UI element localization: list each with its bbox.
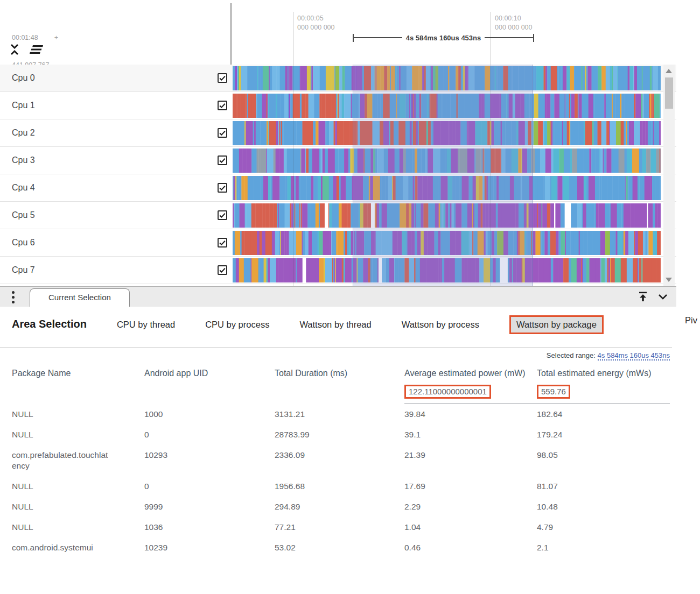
col-header-package-name: Package Name xyxy=(12,364,144,379)
chevron-down-icon[interactable] xyxy=(657,291,669,302)
time-tick-label: 00:00:10 000 000 000 xyxy=(495,14,533,32)
table-cell: NULL xyxy=(12,497,117,517)
track-row-cpu-3[interactable]: Cpu 3 xyxy=(0,147,676,174)
tab-cpu-by-process[interactable]: CPU by process xyxy=(205,320,269,330)
col-header-android-app-uid: Android app UID xyxy=(144,364,275,379)
cursor-time: 00:01:48 xyxy=(12,34,38,41)
table-cell: 0.46 xyxy=(404,538,537,558)
track-title: Cpu 0 xyxy=(12,73,35,83)
more-vert-icon[interactable] xyxy=(12,291,15,306)
table-cell: NULL xyxy=(12,476,117,497)
table-cell: 1000 xyxy=(144,404,275,425)
track-title: Cpu 2 xyxy=(12,128,35,138)
details-panel-tabbar: Current Selection xyxy=(0,286,676,307)
vertical-align-top-icon[interactable] xyxy=(636,290,649,303)
unfold-less-icon[interactable] xyxy=(9,43,20,56)
track-label-cell: Cpu 4 xyxy=(0,174,233,201)
track-checkbox[interactable] xyxy=(218,128,227,138)
wattson-package-table: Package Name Android app UID Total Durat… xyxy=(12,364,700,558)
table-cell: 10293 xyxy=(144,445,275,476)
table-cell: com.prefabulated.touchlatency xyxy=(12,445,117,476)
table-cell: 1.04 xyxy=(404,517,537,538)
viewport-left-edge xyxy=(230,3,232,65)
track-title: Cpu 3 xyxy=(12,155,35,165)
table-cell: 4.79 xyxy=(537,517,670,538)
track-checkbox[interactable] xyxy=(218,238,227,247)
track-label-cell: Cpu 0 xyxy=(0,65,233,91)
table-cell: com.android.systemui xyxy=(12,538,117,558)
area-selection-overlay[interactable] xyxy=(353,65,533,286)
table-cell: 39.84 xyxy=(404,404,537,425)
table-cell: 81.07 xyxy=(537,476,670,497)
time-tick-label: 00:00:05 000 000 000 xyxy=(297,14,335,32)
col-header-total-energy: Total estimated energy (mWs) xyxy=(537,364,670,379)
track-label-cell: Cpu 3 xyxy=(0,147,233,174)
tab-piv[interactable]: Piv xyxy=(685,315,697,326)
track-label-cell: Cpu 2 xyxy=(0,119,233,146)
tab-cpu-by-thread[interactable]: CPU by thread xyxy=(117,320,175,330)
col-header-average-power: Average estimated power (mW) xyxy=(404,364,537,379)
track-label-cell: Cpu 5 xyxy=(0,202,233,229)
table-cell: 3131.21 xyxy=(275,404,404,425)
track-title: Cpu 7 xyxy=(12,265,35,275)
table-cell: 9999 xyxy=(144,497,275,517)
track-title: Cpu 6 xyxy=(12,238,35,247)
track-title: Cpu 1 xyxy=(12,101,35,110)
selected-range-row: Selected range: 4s 584ms 160us 453ns xyxy=(0,351,670,359)
selected-range-label: Selected range: xyxy=(547,351,596,359)
perfetto-trace-viewer: 00:01:48+ 441 907 767 00:00:05 000 000 0… xyxy=(0,0,700,594)
track-checkbox[interactable] xyxy=(218,183,227,193)
track-row-cpu-4[interactable]: Cpu 4 xyxy=(0,174,676,202)
track-checkbox[interactable] xyxy=(218,210,227,220)
panel-title: Area Selection xyxy=(12,318,87,330)
summary-total-energy-annotated: 559.76 xyxy=(537,385,570,399)
cpu-tracks-area: Cpu 0Cpu 1Cpu 2Cpu 3Cpu 4Cpu 5Cpu 6Cpu 7 xyxy=(0,65,676,286)
table-cell: 17.69 xyxy=(404,476,537,497)
track-checkbox[interactable] xyxy=(218,155,227,165)
table-cell: 179.24 xyxy=(537,425,670,445)
cursor-plus: + xyxy=(54,34,58,41)
table-cell: 1036 xyxy=(144,517,275,538)
track-title: Cpu 5 xyxy=(12,210,35,220)
scroll-up-icon[interactable] xyxy=(666,69,672,73)
col-header-total-duration: Total Duration (ms) xyxy=(275,364,404,379)
table-cell: NULL xyxy=(12,404,117,425)
table-cell: NULL xyxy=(12,425,117,445)
track-row-cpu-0[interactable]: Cpu 0 xyxy=(0,65,676,92)
track-row-cpu-1[interactable]: Cpu 1 xyxy=(0,92,676,119)
track-title: Cpu 4 xyxy=(12,183,35,193)
table-cell: 10239 xyxy=(144,538,275,558)
timeline-ruler: 00:01:48+ 441 907 767 00:00:05 000 000 0… xyxy=(0,0,676,65)
track-row-cpu-6[interactable]: Cpu 6 xyxy=(0,229,676,257)
track-row-cpu-7[interactable]: Cpu 7 xyxy=(0,257,676,284)
time-tick xyxy=(293,12,293,65)
track-label-cell: Cpu 1 xyxy=(0,92,233,119)
track-checkbox[interactable] xyxy=(218,73,227,83)
table-cell: 2336.09 xyxy=(275,445,404,476)
tab-current-selection[interactable]: Current Selection xyxy=(30,288,130,307)
vertical-scrollbar[interactable] xyxy=(663,65,675,286)
area-selection-panel: Area Selection CPU by threadCPU by proce… xyxy=(0,307,700,594)
divider xyxy=(0,347,672,348)
table-cell: 0 xyxy=(144,425,275,445)
track-label-cell: Cpu 6 xyxy=(0,229,233,256)
selected-range-value-link[interactable]: 4s 584ms 160us 453ns xyxy=(598,351,670,360)
summary-average-power-annotated: 122.11000000000001 xyxy=(404,385,491,399)
table-cell: 10.48 xyxy=(537,497,670,517)
gridline xyxy=(293,65,293,286)
track-row-cpu-5[interactable]: Cpu 5 xyxy=(0,202,676,229)
table-cell: 2.1 xyxy=(537,538,670,558)
scroll-down-icon[interactable] xyxy=(666,278,672,282)
sort-tracks-icon[interactable] xyxy=(29,44,44,55)
tab-wattson-by-thread[interactable]: Wattson by thread xyxy=(299,320,371,330)
table-cell: 182.64 xyxy=(537,404,670,425)
table-cell: 21.39 xyxy=(404,445,537,476)
scrollbar-thumb[interactable] xyxy=(665,77,673,109)
tab-wattson-by-process[interactable]: Wattson by process xyxy=(402,320,479,330)
track-row-cpu-2[interactable]: Cpu 2 xyxy=(0,119,676,147)
track-checkbox[interactable] xyxy=(218,265,227,275)
track-checkbox[interactable] xyxy=(218,101,227,110)
table-cell: 98.05 xyxy=(537,445,670,476)
selection-duration-label: 4s 584ms 160us 453ns xyxy=(406,34,481,42)
tab-wattson-by-package[interactable]: Wattson by package xyxy=(509,315,604,334)
